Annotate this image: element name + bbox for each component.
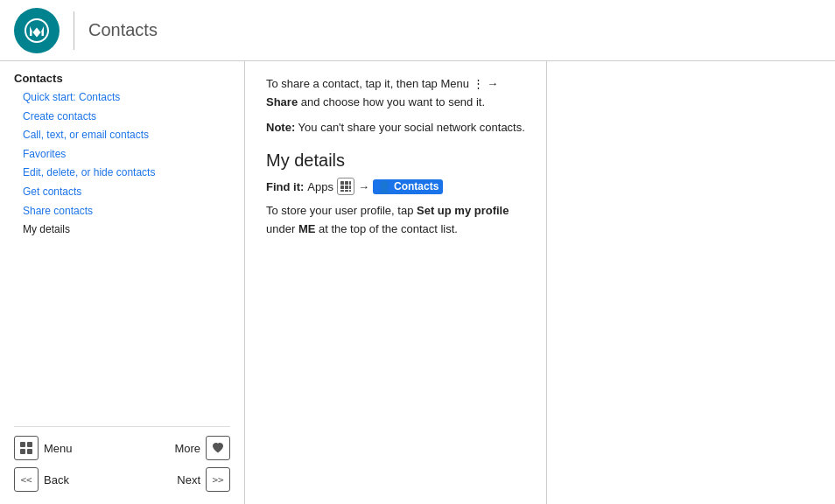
sidebar-toolbar: Menu More << Back <box>14 426 230 494</box>
svg-rect-12 <box>349 190 351 192</box>
sidebar-item-call-text-email[interactable]: Call, text, or email contacts <box>14 126 230 145</box>
svg-rect-8 <box>345 186 348 189</box>
toolbar-row-2: << Back Next >> <box>14 466 230 494</box>
svg-rect-5 <box>345 181 348 185</box>
back-label: Back <box>44 473 69 486</box>
contacts-badge-icon: 👤 <box>377 180 391 193</box>
svg-rect-1 <box>27 442 32 447</box>
more-label: More <box>174 442 200 455</box>
contacts-badge-label: Contacts <box>394 180 439 192</box>
next-label: Next <box>177 473 200 486</box>
back-button[interactable]: << Back <box>14 466 69 494</box>
right-panel <box>546 61 835 504</box>
share-note-paragraph: Note: You can't share your social networ… <box>266 119 525 137</box>
main-layout: Contacts Quick start: Contacts Create co… <box>0 61 835 504</box>
svg-rect-7 <box>340 186 344 189</box>
my-details-body: To store your user profile, tap Set up m… <box>266 202 525 239</box>
svg-rect-2 <box>20 449 25 454</box>
toolbar-row-1: Menu More <box>14 434 230 462</box>
find-it-label: Find it: <box>266 180 304 193</box>
svg-rect-3 <box>27 449 32 454</box>
back-icon: << <box>14 467 39 492</box>
apps-grid-icon <box>337 178 354 195</box>
heart-icon <box>206 436 230 460</box>
sidebar-item-quick-start[interactable]: Quick start: Contacts <box>14 88 230 108</box>
sidebar-section-title: Contacts <box>14 72 230 85</box>
find-it-line: Find it: Apps → 👤 Contacts <box>266 178 525 195</box>
motorola-logo <box>14 8 60 53</box>
sidebar-item-my-details[interactable]: My details <box>14 220 230 240</box>
svg-rect-0 <box>20 442 25 447</box>
header: Contacts <box>0 0 835 61</box>
apps-text: Apps <box>307 180 333 193</box>
menu-label: Menu <box>44 442 73 455</box>
svg-rect-4 <box>340 181 344 185</box>
sidebar-item-share-contacts[interactable]: Share contacts <box>14 202 230 221</box>
header-title: Contacts <box>88 20 158 40</box>
content-area: To share a contact, tap it, then tap Men… <box>245 61 546 504</box>
svg-rect-11 <box>345 190 348 192</box>
contacts-badge: 👤 Contacts <box>373 179 443 194</box>
more-button[interactable]: More <box>174 434 230 462</box>
arrow-icon: → <box>358 180 369 193</box>
next-icon: >> <box>206 467 230 492</box>
sidebar-nav: Contacts Quick start: Contacts Create co… <box>14 72 230 240</box>
svg-rect-6 <box>349 181 351 185</box>
sidebar: Contacts Quick start: Contacts Create co… <box>0 61 245 504</box>
grid-icon <box>14 436 39 460</box>
svg-rect-9 <box>349 186 351 189</box>
svg-rect-10 <box>340 190 344 192</box>
share-intro-paragraph: To share a contact, tap it, then tap Men… <box>266 75 525 112</box>
sidebar-item-get-contacts[interactable]: Get contacts <box>14 183 230 202</box>
sidebar-item-edit-delete-hide[interactable]: Edit, delete, or hide contacts <box>14 164 230 183</box>
menu-button[interactable]: Menu <box>14 434 73 462</box>
note-label: Note: <box>266 121 295 134</box>
sidebar-item-favorites[interactable]: Favorites <box>14 145 230 164</box>
sidebar-item-create[interactable]: Create contacts <box>14 108 230 127</box>
my-details-title: My details <box>266 150 525 171</box>
header-divider <box>74 11 74 50</box>
next-button[interactable]: Next >> <box>177 466 230 494</box>
